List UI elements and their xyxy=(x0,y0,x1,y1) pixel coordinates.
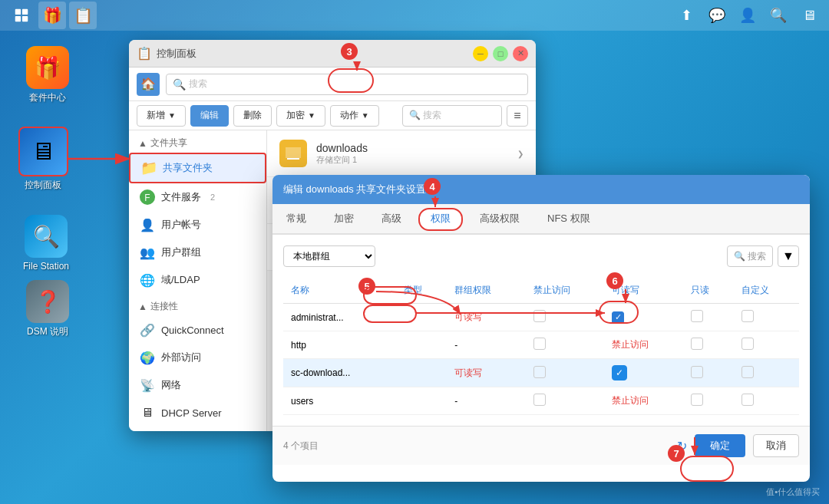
sidebar-item-user-group[interactable]: 👥 用户群组 xyxy=(129,239,266,266)
row-rw: ✓ xyxy=(604,304,683,331)
sidebar-item-file-service[interactable]: F 文件服务 2 xyxy=(129,183,266,211)
ok-button[interactable]: 确定 xyxy=(695,434,745,457)
dsm-help-icon[interactable]: ❓ DSM 说明 xyxy=(17,280,78,338)
window-controls: ─ □ ✕ xyxy=(473,46,528,61)
grid-icon[interactable] xyxy=(8,2,35,29)
cp-search: 🔍 搜索 xyxy=(166,74,528,95)
group-select[interactable]: 本地群组 xyxy=(283,245,375,267)
dialog-tabs: 常规 加密 高级 权限 高级权限 NFS 权限 xyxy=(272,204,810,235)
row-deny xyxy=(526,304,605,331)
downloads-info: downloads 存储空间 1 xyxy=(316,142,517,166)
dialog-titlebar: 编辑 downloads 共享文件夹设置 xyxy=(272,175,810,204)
shared-folder-icon: 📁 xyxy=(141,160,157,176)
tab-encrypt[interactable]: 加密 xyxy=(320,204,368,235)
control-panel-icon[interactable]: 🖥 控制面板 xyxy=(12,127,74,192)
package-center-icon[interactable]: 🎁 套件中心 xyxy=(17,46,78,104)
upload-icon[interactable]: ⬆ xyxy=(674,3,699,28)
tab-advanced[interactable]: 高级 xyxy=(368,204,415,235)
file-share-section: ▲ 文件共享 xyxy=(129,130,266,153)
user-icon[interactable]: 👤 xyxy=(735,3,760,28)
taskbar-left: 🎁 📋 xyxy=(8,2,97,29)
watermark: 值•什么值得买 xyxy=(766,486,820,498)
filter-button[interactable]: ≡ xyxy=(507,105,528,127)
dialog-right-toolbar: 🔍 搜索 ▼ xyxy=(727,245,799,267)
dialog-toolbar: 本地群组 🔍 搜索 ▼ xyxy=(283,245,799,267)
network-icon: 📡 xyxy=(140,377,155,393)
row-custom xyxy=(734,359,799,387)
row-name: http xyxy=(283,331,396,359)
annotation-4: 4 xyxy=(424,178,441,195)
close-button[interactable]: ✕ xyxy=(513,46,528,61)
sidebar-item-external[interactable]: 🌍 外部访问 xyxy=(129,344,266,371)
connectivity-section: ▲ 连接性 xyxy=(129,294,266,316)
row-rw: 禁止访问 xyxy=(604,331,683,359)
svg-rect-1 xyxy=(22,9,28,15)
action-button[interactable]: 动作 ▼ xyxy=(330,105,379,127)
dialog-filter-btn[interactable]: ▼ xyxy=(778,245,799,267)
row-name: users xyxy=(283,387,396,415)
control-panel-taskbar[interactable]: 📋 xyxy=(69,2,97,29)
package-center-taskbar[interactable]: 🎁 xyxy=(38,2,66,29)
row-name: administrat... xyxy=(283,304,396,331)
row-deny xyxy=(526,387,605,415)
user-group-icon: 👥 xyxy=(140,245,155,260)
encrypt-button[interactable]: 加密 ▼ xyxy=(276,105,325,127)
taskbar-right: ⬆ 💬 👤 🔍 🖥 xyxy=(674,3,821,28)
new-arrow-icon: ▼ xyxy=(168,111,176,120)
row-type xyxy=(396,387,447,415)
svg-rect-0 xyxy=(15,9,21,15)
row-custom xyxy=(734,387,799,415)
row-readonly xyxy=(683,387,734,415)
sidebar-item-domain[interactable]: 🌐 域/LDAP xyxy=(129,266,266,294)
row-group-perm: - xyxy=(447,387,526,415)
dialog-title: 编辑 downloads 共享文件夹设置 xyxy=(283,183,426,196)
minimize-button[interactable]: ─ xyxy=(473,46,488,61)
sidebar-item-quickconnect[interactable]: 🔗 QuickConnect xyxy=(129,316,266,344)
sidebar-item-network[interactable]: 📡 网络 xyxy=(129,371,266,399)
file-station-icon[interactable]: 🔍 File Station xyxy=(15,215,77,273)
dialog-body: 本地群组 🔍 搜索 ▼ 名称 类型 群组权限 禁止访问 可读写 xyxy=(272,235,810,426)
delete-button[interactable]: 删除 xyxy=(233,105,272,127)
tab-permission[interactable]: 权限 xyxy=(418,208,463,231)
cp-toolbar: 🏠 🔍 搜索 xyxy=(129,68,536,101)
row-custom xyxy=(734,304,799,331)
sidebar-item-dhcp[interactable]: 🖥 DHCP Server xyxy=(129,399,266,427)
row-type xyxy=(396,359,447,387)
home-button[interactable]: 🏠 xyxy=(137,73,160,96)
sidebar-item-shared-folder[interactable]: 📁 共享文件夹 xyxy=(129,153,266,183)
row-type xyxy=(396,331,447,359)
external-icon: 🌍 xyxy=(140,350,155,365)
col-group: 群组权限 xyxy=(447,278,526,304)
downloads-chevron: ❯ xyxy=(517,150,523,158)
search-taskbar-icon[interactable]: 🔍 xyxy=(766,3,791,28)
table-row: http - 禁止访问 xyxy=(283,331,799,359)
table-row-highlighted: sc-download... 可读写 ✓ xyxy=(283,359,799,387)
row-group-perm: 可读写 xyxy=(447,304,526,331)
tab-general[interactable]: 常规 xyxy=(272,204,320,235)
tab-advanced-perm[interactable]: 高级权限 xyxy=(466,204,533,235)
window-icon[interactable]: 🖥 xyxy=(797,3,821,28)
row-type xyxy=(396,304,447,331)
row-readonly xyxy=(683,304,734,331)
cancel-button[interactable]: 取消 xyxy=(753,434,799,457)
cp-action-search[interactable]: 🔍 搜索 xyxy=(402,105,502,127)
col-custom: 自定义 xyxy=(734,278,799,304)
permissions-table: 名称 类型 群组权限 禁止访问 可读写 只读 自定义 administrat..… xyxy=(283,278,799,415)
dialog-search-box[interactable]: 🔍 搜索 xyxy=(727,245,773,267)
maximize-button[interactable]: □ xyxy=(493,46,508,61)
svg-text:F: F xyxy=(144,193,150,203)
sidebar-item-user-account[interactable]: 👤 用户帐号 xyxy=(129,211,266,239)
col-name: 名称 xyxy=(283,278,396,304)
edit-button[interactable]: 编辑 xyxy=(190,105,229,127)
row-group-perm: - xyxy=(447,331,526,359)
svg-rect-2 xyxy=(15,16,21,21)
new-button[interactable]: 新增 ▼ xyxy=(137,105,186,127)
tab-nfs[interactable]: NFS 权限 xyxy=(533,204,604,235)
encrypt-arrow-icon: ▼ xyxy=(308,111,315,120)
chat-icon[interactable]: 💬 xyxy=(705,3,729,28)
taskbar: 🎁 📋 ⬆ 💬 👤 🔍 🖥 xyxy=(0,0,829,31)
table-row: users - 禁止访问 xyxy=(283,387,799,415)
row-deny xyxy=(526,331,605,359)
dialog-footer: 4 个项目 ↻ 确定 取消 xyxy=(272,426,810,465)
share-item-downloads[interactable]: downloads 存储空间 1 ❯ xyxy=(267,130,536,177)
